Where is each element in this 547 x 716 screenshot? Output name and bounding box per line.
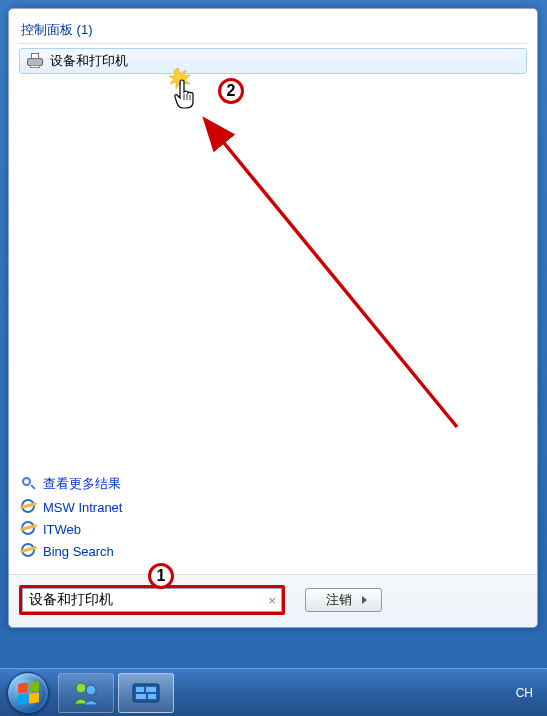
svg-rect-10 [148,694,156,699]
svg-rect-8 [146,687,156,692]
ie-icon [21,543,37,559]
annotation-step-1: 1 [148,563,174,589]
system-tray[interactable]: CH [516,686,547,700]
ie-icon [21,499,37,515]
taskbar-app-messenger[interactable] [58,673,114,713]
result-label: 设备和打印机 [50,52,128,70]
section-divider [19,43,527,44]
link-label: Bing Search [43,544,114,559]
printer-icon [26,53,44,69]
svg-rect-7 [136,687,144,692]
ie-icon [21,521,37,537]
dropdown-arrow-icon [362,596,367,604]
svg-point-5 [86,685,96,695]
results-empty-space [19,74,527,468]
search-icon [21,476,37,492]
results-section-header: 控制面板 (1) [19,17,527,41]
control-panel-icon [131,681,161,705]
search-input[interactable] [22,588,282,612]
clear-search-icon[interactable]: × [268,593,276,608]
search-input-highlight: × [19,585,285,615]
svg-rect-9 [136,694,146,699]
logout-button[interactable]: 注销 [305,588,382,612]
svg-rect-6 [133,684,159,702]
bing-search-link[interactable]: Bing Search [19,540,527,562]
logout-label: 注销 [326,591,352,609]
ime-indicator[interactable]: CH [516,686,533,700]
start-button[interactable] [0,669,56,717]
svg-point-4 [76,683,86,693]
windows-logo-icon [7,672,49,714]
annotation-step-2: 2 [218,78,244,104]
see-more-results-link[interactable]: 查看更多结果 [19,472,527,496]
msw-intranet-link[interactable]: MSW Intranet [19,496,527,518]
people-icon [71,680,101,706]
start-menu-body: 控制面板 (1) 设备和打印机 查看更多结果 MSW Intranet ITWe… [9,9,537,574]
start-menu-panel: 控制面板 (1) 设备和打印机 查看更多结果 MSW Intranet ITWe… [8,8,538,628]
link-label: 查看更多结果 [43,475,121,493]
itweb-link[interactable]: ITWeb [19,518,527,540]
link-label: MSW Intranet [43,500,122,515]
result-devices-and-printers[interactable]: 设备和打印机 [19,48,527,74]
search-bar-area: × 注销 [9,574,537,627]
link-label: ITWeb [43,522,81,537]
taskbar: CH [0,668,547,716]
taskbar-app-control-panel[interactable] [118,673,174,713]
bottom-links-group: 查看更多结果 MSW Intranet ITWeb Bing Search [19,468,527,566]
